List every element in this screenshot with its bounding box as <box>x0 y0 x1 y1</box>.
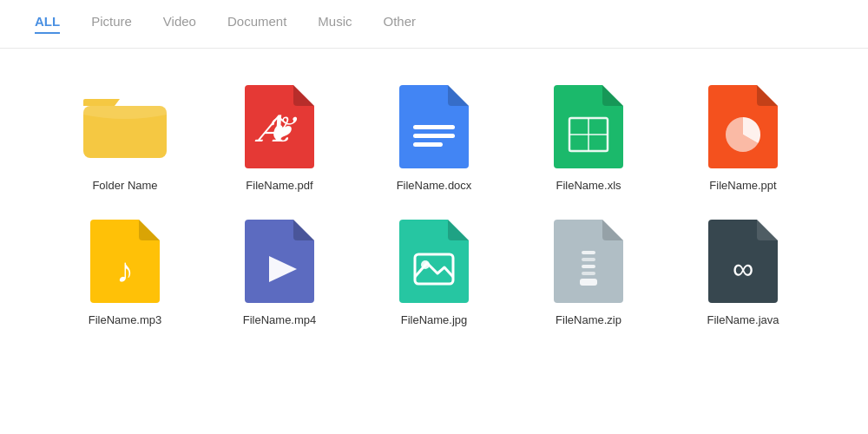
tab-music[interactable]: Music <box>318 14 352 34</box>
ppt-icon <box>708 85 778 168</box>
pdf-symbol: 𝐴 <box>258 111 284 148</box>
file-item-mp3[interactable]: ♪ FileName.mp3 <box>52 218 198 326</box>
jpg-icon <box>399 220 469 303</box>
file-label-mp3: FileName.mp3 <box>89 313 162 326</box>
file-item-pdf[interactable]: ❦ 𝐴 FileName.pdf <box>207 83 352 192</box>
tab-other[interactable]: Other <box>384 14 417 34</box>
jpg-icon-wrap <box>391 218 477 305</box>
mp3-icon-wrap: ♪ <box>82 218 168 305</box>
file-label-java: FileName.java <box>707 313 779 326</box>
ppt-icon-wrap <box>700 83 786 170</box>
file-label-pdf: FileName.pdf <box>246 179 312 192</box>
svg-rect-3 <box>413 134 455 138</box>
file-item-zip[interactable]: FileName.zip <box>516 218 661 326</box>
file-item-ppt[interactable]: FileName.ppt <box>670 83 816 192</box>
file-label-xls: FileName.xls <box>556 179 621 192</box>
svg-text:♪: ♪ <box>116 251 134 289</box>
mp3-icon: ♪ <box>90 220 160 303</box>
file-label-folder: Folder Name <box>92 179 157 192</box>
file-label-mp4: FileName.mp4 <box>243 313 317 326</box>
file-label-jpg: FileName.jpg <box>401 313 468 326</box>
svg-rect-13 <box>582 251 595 254</box>
file-item-xls[interactable]: FileName.xls <box>516 83 661 192</box>
docx-icon-wrap <box>391 83 477 170</box>
zip-icon-wrap <box>545 218 632 305</box>
file-grid: Folder Name ❦ 𝐴 FileName.pdf <box>0 49 868 361</box>
xls-icon-wrap <box>545 83 632 170</box>
java-icon: ∞ <box>708 220 778 303</box>
file-item-mp4[interactable]: FileName.mp4 <box>207 218 352 326</box>
file-label-ppt: FileName.ppt <box>709 179 776 192</box>
svg-rect-4 <box>413 142 443 147</box>
tab-bar: ALL Picture Video Document Music Other <box>0 0 868 49</box>
mp4-icon-wrap <box>236 218 323 305</box>
tab-video[interactable]: Video <box>163 14 196 34</box>
tab-document[interactable]: Document <box>227 14 286 34</box>
file-label-zip: FileName.zip <box>556 313 621 326</box>
svg-rect-15 <box>582 265 595 268</box>
svg-rect-17 <box>580 279 597 286</box>
file-label-docx: FileName.docx <box>397 179 472 192</box>
svg-rect-14 <box>582 258 595 261</box>
tab-all[interactable]: ALL <box>35 14 60 34</box>
tab-picture[interactable]: Picture <box>91 14 132 34</box>
xls-icon <box>554 85 623 168</box>
file-item-java[interactable]: ∞ FileName.java <box>670 218 816 326</box>
file-item-docx[interactable]: FileName.docx <box>361 83 507 192</box>
java-icon-wrap: ∞ <box>700 218 786 305</box>
svg-text:∞: ∞ <box>733 252 753 285</box>
file-item-folder[interactable]: Folder Name <box>52 83 198 192</box>
file-item-jpg[interactable]: FileName.jpg <box>361 218 507 326</box>
docx-icon <box>399 85 469 168</box>
svg-rect-16 <box>582 272 595 275</box>
zip-icon <box>554 220 623 303</box>
svg-rect-2 <box>413 125 455 129</box>
folder-icon-wrap <box>82 83 168 170</box>
pdf-icon-wrap: ❦ 𝐴 <box>236 83 323 170</box>
folder-icon <box>82 90 168 164</box>
mp4-icon <box>245 220 314 303</box>
pdf-symbol-overlay: 𝐴 <box>236 83 306 167</box>
